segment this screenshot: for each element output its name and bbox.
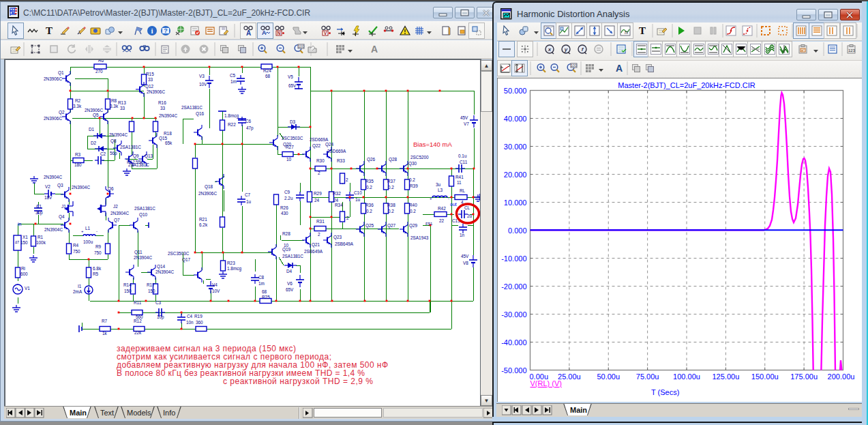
svg-text:-30.000: -30.000	[501, 310, 526, 319]
svg-text:150.00u: 150.00u	[751, 372, 779, 381]
svg-text:T (Secs): T (Secs)	[651, 388, 679, 396]
svg-text:-20.000: -20.000	[501, 282, 526, 291]
svg-text:10.000: 10.000	[504, 199, 527, 207]
svg-text:50.00u: 50.00u	[597, 372, 620, 381]
svg-text:175.00u: 175.00u	[790, 372, 818, 381]
svg-text:V(RL) (V): V(RL) (V)	[530, 379, 562, 387]
svg-text:75.00u: 75.00u	[636, 372, 659, 381]
svg-text:-40.000: -40.000	[501, 338, 526, 347]
svg-text:-10.000: -10.000	[501, 254, 526, 263]
svg-text:125.00u: 125.00u	[712, 372, 739, 381]
svg-text:30.000: 30.000	[504, 143, 527, 151]
svg-text:100.00u: 100.00u	[673, 372, 700, 381]
svg-text:200.00u: 200.00u	[828, 372, 855, 381]
svg-text:20.000: 20.000	[504, 171, 527, 179]
svg-text:0.000: 0.000	[508, 226, 527, 235]
svg-text:40.000: 40.000	[504, 115, 527, 123]
svg-text:50.000: 50.000	[504, 87, 527, 95]
svg-text:-50.000: -50.000	[501, 366, 526, 375]
svg-text:Master-2(BJT)_CL=2uF_20kHz-FCD: Master-2(BJT)_CL=2uF_20kHz-FCD.CIR	[618, 81, 755, 89]
